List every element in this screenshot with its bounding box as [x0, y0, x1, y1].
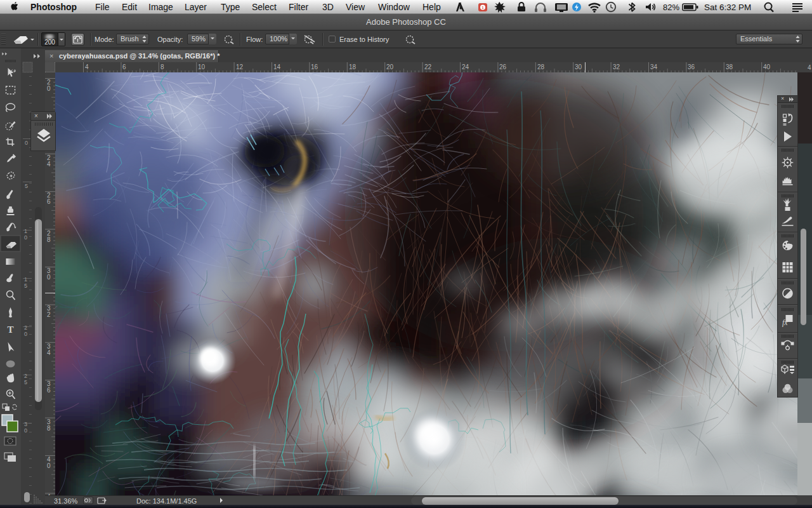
svg-text:14: 14 [273, 64, 281, 70]
svg-text:0: 0 [47, 274, 51, 281]
svg-text:40: 40 [763, 64, 771, 70]
svg-text:0: 0 [24, 234, 27, 241]
svg-text:0: 0 [47, 85, 51, 92]
svg-text:20: 20 [386, 64, 394, 70]
svg-text:16: 16 [311, 64, 318, 70]
svg-text:32: 32 [613, 64, 620, 70]
svg-text:0: 0 [24, 331, 27, 337]
svg-text:1: 1 [24, 276, 27, 283]
svg-text:30: 30 [575, 64, 582, 70]
svg-text:36: 36 [688, 64, 695, 70]
svg-text:T: T [7, 324, 13, 335]
svg-text:4: 4 [808, 64, 811, 71]
svg-text:28: 28 [537, 64, 545, 70]
svg-text:3: 3 [24, 421, 27, 427]
svg-text:2: 2 [47, 311, 51, 318]
svg-text:4: 4 [85, 64, 89, 70]
svg-text:22: 22 [424, 64, 432, 70]
svg-text:10: 10 [198, 64, 206, 70]
svg-text:4: 4 [47, 161, 51, 168]
svg-text:2: 2 [24, 324, 27, 331]
svg-text:82%: 82% [663, 3, 679, 12]
svg-text:5: 5 [25, 183, 28, 189]
svg-text:0: 0 [47, 462, 51, 469]
svg-text:6: 6 [122, 64, 126, 70]
svg-text:12: 12 [236, 64, 244, 70]
svg-text:6: 6 [47, 198, 51, 205]
svg-text:6: 6 [47, 387, 51, 394]
svg-text:Sat 6:32 PM: Sat 6:32 PM [704, 3, 751, 12]
svg-text:2: 2 [24, 373, 27, 379]
svg-text:1: 1 [24, 228, 27, 234]
svg-text:8: 8 [47, 236, 51, 243]
svg-text:26: 26 [499, 64, 507, 70]
svg-text:5: 5 [24, 283, 27, 289]
svg-text:18: 18 [349, 64, 357, 70]
svg-text:0: 0 [24, 427, 27, 434]
svg-text:24: 24 [462, 64, 469, 70]
svg-text:fx: fx [782, 318, 788, 327]
svg-text:8: 8 [160, 64, 164, 70]
svg-text:38: 38 [726, 64, 733, 70]
svg-text:8: 8 [47, 425, 51, 432]
svg-text:5: 5 [24, 379, 27, 385]
svg-text:34: 34 [650, 64, 658, 70]
svg-text:0: 0 [25, 140, 28, 146]
svg-text:4: 4 [47, 349, 51, 356]
